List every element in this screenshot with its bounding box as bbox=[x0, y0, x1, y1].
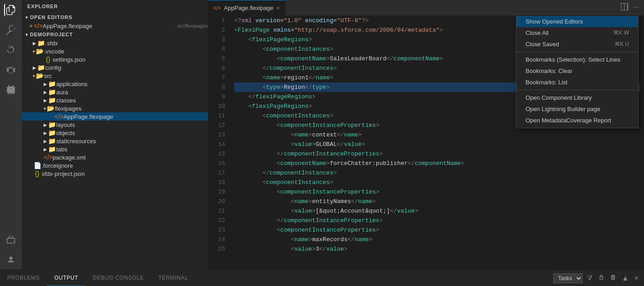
tree-src[interactable]: ▾ 📂 src bbox=[22, 72, 208, 80]
layouts-label: layouts bbox=[56, 121, 208, 128]
panel-tabs: PROBLEMS OUTPUT DEBUG CONSOLE TERMINAL T… bbox=[0, 270, 644, 286]
tree-apppage[interactable]: </> AppPage.flexipage bbox=[22, 112, 208, 121]
folder-config-icon: 📁 bbox=[36, 64, 45, 71]
menu-item-show-opened[interactable]: Show Opened Editors bbox=[516, 16, 638, 27]
tree-flexipages[interactable]: ▾ 📂 flexipages bbox=[22, 104, 208, 112]
activity-bar-bottom bbox=[5, 233, 17, 270]
folder-aura-icon: 📁 bbox=[47, 88, 56, 96]
code-line-23: <componentInstanceProperties> bbox=[234, 225, 640, 235]
line-numbers: 12345 678910 1112131415 1617181920 21222… bbox=[208, 16, 231, 270]
panel-lock-btn[interactable] bbox=[596, 273, 606, 283]
menu-item-close-saved[interactable]: Close Saved ⌘K U bbox=[516, 39, 638, 50]
tree-settings[interactable]: {} settings.json bbox=[22, 55, 208, 63]
menu-item-bookmarks-select[interactable]: Bookmarks (Selection): Select Lines bbox=[516, 54, 638, 65]
tree-applications[interactable]: ▶ 📁 applications bbox=[22, 80, 208, 88]
chevron-sfdx: ▶ bbox=[33, 41, 36, 46]
folder-tabs-icon: 📁 bbox=[47, 145, 56, 153]
folder-apps-icon: 📁 bbox=[47, 80, 56, 87]
svg-point-0 bbox=[10, 257, 13, 260]
code-line-14: <value>GLOBAL</value> bbox=[234, 140, 640, 149]
folder-classes-icon: 📁 bbox=[47, 97, 56, 104]
tree-staticresources[interactable]: ▶ 📁 staticresources bbox=[22, 137, 208, 145]
main-layout: EXPLORER ▾ OPEN EDITORS ✕ </> AppPage.fl… bbox=[22, 0, 644, 270]
folder-flexipages-icon: 📂 bbox=[46, 105, 55, 112]
sidebar: EXPLORER ▾ OPEN EDITORS ✕ </> AppPage.fl… bbox=[22, 0, 208, 270]
extensions-icon[interactable] bbox=[5, 83, 17, 96]
code-line-16: <componentName>forceChatter:publisher</c… bbox=[234, 159, 640, 168]
tabs-label: tabs bbox=[56, 146, 208, 153]
demoproject-label: DEMOPROJECT bbox=[30, 32, 73, 37]
menu-label-bookmarks-clear: Bookmarks: Clear bbox=[526, 68, 572, 74]
tree-classes[interactable]: ▶ 📁 classes bbox=[22, 96, 208, 104]
code-line-19: <componentInstanceProperties> bbox=[234, 187, 640, 197]
panel-close-btn[interactable]: × bbox=[633, 273, 640, 283]
tree-config[interactable]: ▶ 📁 config bbox=[22, 63, 208, 72]
modified-dot: ✕ bbox=[29, 24, 33, 29]
chevron-classes: ▶ bbox=[44, 98, 47, 103]
panel-tab-problems[interactable]: PROBLEMS bbox=[0, 270, 47, 286]
org-icon[interactable] bbox=[5, 233, 17, 246]
menu-item-open-component-lib[interactable]: Open Component Library bbox=[516, 92, 638, 103]
source-control-icon[interactable] bbox=[5, 44, 17, 56]
chevron-aura: ▶ bbox=[44, 90, 47, 95]
demoproject-chevron: ▾ bbox=[25, 32, 28, 37]
demoproject-section[interactable]: ▾ DEMOPROJECT bbox=[22, 30, 208, 39]
tree-forceignore[interactable]: 📄 .forceignore bbox=[22, 161, 208, 170]
chevron-static: ▶ bbox=[44, 139, 47, 144]
split-editor-btn[interactable] bbox=[619, 2, 630, 13]
sfdx-label: .sfdx bbox=[45, 40, 208, 47]
code-line-25: <value>3</value> bbox=[234, 244, 640, 254]
apppage-label: AppPage.flexipage bbox=[64, 113, 208, 120]
editor-tab-apppage[interactable]: </> AppPage.flexipage × bbox=[208, 0, 286, 16]
config-label: config bbox=[45, 64, 208, 71]
panel-clear-btn[interactable] bbox=[608, 273, 618, 283]
menu-item-open-metadata-coverage[interactable]: Open MetadataCoverage Report bbox=[516, 115, 638, 126]
menu-label-bookmarks-select: Bookmarks (Selection): Select Lines bbox=[526, 56, 620, 63]
tasks-dropdown[interactable]: Tasks bbox=[553, 273, 583, 283]
tree-packagexml[interactable]: </> package.xml bbox=[22, 153, 208, 161]
panel-right-actions: Tasks ▲ × bbox=[553, 273, 644, 283]
code-line-18: <componentInstances> bbox=[234, 178, 640, 187]
code-line-21: <value>[&quot;Account&quot;]</value> bbox=[234, 206, 640, 216]
menu-label-close-saved: Close Saved bbox=[526, 41, 559, 48]
packagexml-label: package.xml bbox=[53, 154, 208, 161]
menu-item-bookmarks-list[interactable]: Bookmarks: List bbox=[516, 77, 638, 88]
menu-item-close-all[interactable]: Close All ⌘K W bbox=[516, 27, 638, 39]
more-actions-btn[interactable]: ··· bbox=[632, 2, 641, 13]
chevron-layouts: ▶ bbox=[44, 122, 47, 127]
menu-item-open-lightning-builder[interactable]: Open Lightning Builder page bbox=[516, 103, 638, 115]
tree-tabs[interactable]: ▶ 📁 tabs bbox=[22, 145, 208, 153]
panel-chevron-up-btn[interactable]: ▲ bbox=[620, 273, 631, 283]
tree-aura[interactable]: ▶ 📁 aura bbox=[22, 88, 208, 96]
settings-label: settings.json bbox=[53, 56, 208, 63]
folder-vscode-icon: 📂 bbox=[35, 48, 44, 55]
menu-item-bookmarks-clear[interactable]: Bookmarks: Clear bbox=[516, 65, 638, 77]
xml-icon-package: </> bbox=[44, 154, 53, 161]
explorer-icon[interactable] bbox=[4, 4, 17, 16]
panel-tab-debug[interactable]: DEBUG CONSOLE bbox=[85, 270, 151, 286]
tab-actions: ··· bbox=[616, 2, 644, 13]
panel-tab-terminal[interactable]: TERMINAL bbox=[151, 270, 195, 286]
search-icon[interactable] bbox=[5, 24, 17, 36]
tab-close-btn[interactable]: × bbox=[276, 5, 280, 12]
flexipages-label: flexipages bbox=[55, 105, 208, 112]
tab-label: AppPage.flexipage bbox=[224, 5, 273, 11]
code-line-20: <name>entityNames</name> bbox=[234, 197, 640, 206]
folder-layouts-icon: 📁 bbox=[47, 121, 56, 128]
tree-sfdxproject[interactable]: {} sfdx-project.json bbox=[22, 170, 208, 178]
open-editors-chevron: ▾ bbox=[25, 15, 28, 20]
panel-filter-btn[interactable] bbox=[585, 273, 595, 283]
debug-icon[interactable] bbox=[5, 63, 17, 76]
tree-layouts[interactable]: ▶ 📁 layouts bbox=[22, 121, 208, 129]
panel-tab-output[interactable]: OUTPUT bbox=[47, 270, 86, 286]
open-editor-item[interactable]: ✕ </> AppPage.flexipage src/flexipages bbox=[22, 22, 208, 30]
code-line-17: </componentInstances> bbox=[234, 168, 640, 178]
open-editors-section[interactable]: ▾ OPEN EDITORS bbox=[22, 13, 208, 22]
json-icon-project: {} bbox=[33, 170, 42, 177]
tree-sfdx[interactable]: ▶ 📁 .sfdx bbox=[22, 39, 208, 47]
account-icon[interactable] bbox=[5, 253, 17, 266]
tree-objects[interactable]: ▶ 📁 objects bbox=[22, 129, 208, 137]
tree-vscode[interactable]: ▾ 📂 .vscode bbox=[22, 47, 208, 55]
activity-bar bbox=[0, 0, 22, 270]
src-label: src bbox=[44, 73, 208, 79]
